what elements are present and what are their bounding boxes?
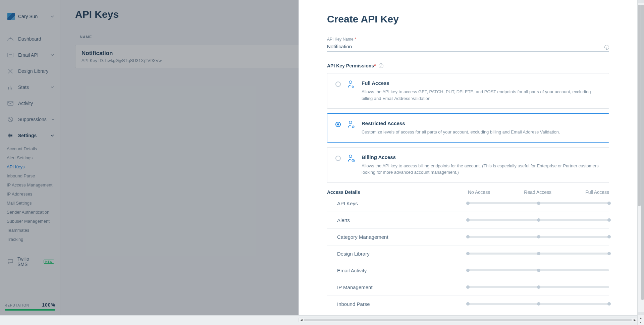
access-slider[interactable]: [468, 253, 609, 255]
svg-point-10: [349, 155, 352, 158]
vertical-scrollbar-group[interactable]: [637, 0, 644, 315]
access-slider[interactable]: [468, 236, 609, 238]
access-slider[interactable]: [468, 269, 609, 271]
access-row: API Keys: [327, 195, 609, 212]
perm-option-restricted-access[interactable]: Restricted Access Customize levels of ac…: [327, 113, 609, 143]
access-row-name: Alerts: [327, 217, 468, 223]
horizontal-scrollbar[interactable]: ◀ ▶: [299, 318, 637, 322]
user-dollar-icon: $: [347, 154, 355, 163]
bottom-bar: ◀ ▶ ▲▼: [0, 315, 644, 325]
option-desc: Allows the API key to access billing end…: [362, 163, 601, 176]
access-slider[interactable]: [468, 286, 609, 288]
access-row-name: Email Activity: [327, 268, 468, 273]
create-api-key-panel: Create API Key API Key Name * i API Key …: [299, 0, 637, 315]
option-title: Billing Access: [362, 154, 601, 160]
field-label-name: API Key Name *: [327, 37, 609, 42]
svg-point-9: [353, 126, 354, 127]
access-row: Category Management: [327, 228, 609, 245]
col-read-access: Read Access: [524, 189, 551, 195]
access-row: Design Library: [327, 245, 609, 262]
access-row: Alerts: [327, 212, 609, 228]
access-slider[interactable]: [468, 219, 609, 221]
user-gear-icon: [347, 120, 355, 129]
panel-title: Create API Key: [327, 13, 609, 25]
permissions-label: API Key Permissions* i: [327, 63, 609, 68]
option-title: Restricted Access: [362, 120, 560, 126]
access-details-header: Access Details No Access Read Access Ful…: [327, 189, 609, 195]
access-slider[interactable]: [468, 202, 609, 204]
option-desc: Customize levels of access for all parts…: [362, 129, 560, 136]
api-key-name-input[interactable]: [327, 42, 609, 52]
modal-overlay[interactable]: [0, 0, 299, 315]
col-no-access: No Access: [468, 189, 490, 195]
info-icon[interactable]: i: [379, 63, 383, 68]
radio-icon: [335, 156, 341, 161]
access-rows-container: API KeysAlertsCategory ManagementDesign …: [327, 195, 609, 312]
option-desc: Allows the API key to access GET, PATCH,…: [362, 89, 601, 102]
access-row-name: IP Management: [327, 284, 468, 290]
access-slider[interactable]: [468, 303, 609, 305]
svg-point-6: [349, 81, 352, 84]
user-star-icon: [347, 80, 355, 89]
access-row-name: Design Library: [327, 251, 468, 257]
col-full-access: Full Access: [585, 189, 609, 195]
option-title: Full Access: [362, 80, 601, 86]
access-row: Inbound Parse: [327, 295, 609, 312]
scroll-corner[interactable]: ▲▼: [637, 315, 644, 325]
access-row-name: Inbound Parse: [327, 301, 468, 307]
perm-option-full-access[interactable]: Full Access Allows the API key to access…: [327, 73, 609, 109]
svg-point-7: [349, 121, 352, 124]
radio-icon: [335, 122, 341, 127]
perm-option-billing-access[interactable]: $ Billing Access Allows the API key to a…: [327, 147, 609, 183]
scroll-right-icon[interactable]: ▶: [632, 318, 637, 322]
radio-icon: [335, 82, 341, 87]
info-icon[interactable]: i: [604, 45, 609, 50]
access-row-name: API Keys: [327, 201, 468, 206]
access-row: Email Activity: [327, 262, 609, 279]
access-row: IP Management: [327, 279, 609, 295]
access-row-name: Category Management: [327, 234, 468, 240]
scroll-left-icon[interactable]: ◀: [299, 318, 304, 322]
